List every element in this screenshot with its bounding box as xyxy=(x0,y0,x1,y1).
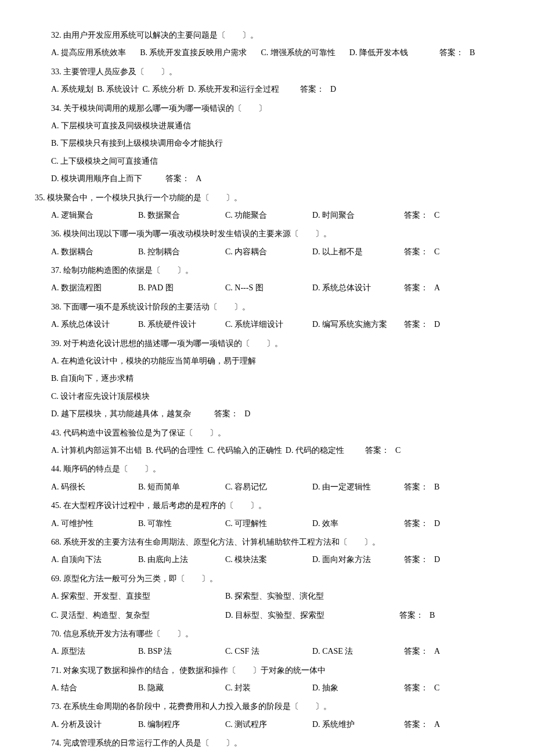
option-label: A. xyxy=(51,720,59,729)
option-label: D. xyxy=(312,283,320,292)
option-label: B. xyxy=(138,647,146,656)
option: A. 自顶向下法 xyxy=(51,553,138,566)
option-row: A. 结合B. 隐藏C. 封装D. 抽象答案：C xyxy=(35,682,499,694)
option-label: C. xyxy=(225,483,233,491)
answer-label: 答案： xyxy=(404,718,428,731)
option: B. 控制耦合 xyxy=(138,246,225,258)
option-text: 控制耦合 xyxy=(147,247,180,256)
answer-value: B xyxy=(470,46,475,59)
option: C. 增强系统的可靠性 xyxy=(261,46,335,59)
question-text: 原型化方法一般可分为三类，即〔 〕。 xyxy=(63,574,218,583)
option-label: D. xyxy=(312,720,320,729)
option: D. 面向对象方法 xyxy=(312,553,394,566)
option: A. 原型法 xyxy=(51,645,138,658)
question: 38. 下面哪一项不是系统设计阶段的主要活动〔 〕。A. 系统总体设计B. 系统… xyxy=(35,301,499,332)
option: B. 由底向上法 xyxy=(138,553,225,566)
option-row: A. 系统总体设计B. 系统硬件设计C. 系统详细设计D. 编写系统实施方案答案… xyxy=(35,318,499,331)
question-stem: 45. 在大型程序设计过程中，最后考虑的是程序的〔 〕。 xyxy=(35,499,499,512)
option-row: A. 系统规划B. 系统设计C. 系统分析D. 系统开发和运行全过程答案：D xyxy=(35,83,499,96)
question-number: 69. xyxy=(51,574,62,583)
option-label: C. xyxy=(225,247,233,256)
option-text: BSP 法 xyxy=(147,647,172,656)
question-number: 73. xyxy=(51,702,62,711)
option: A. 在构造化设计中，模块的功能应当简单明确，易于理解 xyxy=(35,355,499,368)
question-text: 顺序码的特点是〔 〕。 xyxy=(63,465,161,473)
option-label: B. xyxy=(138,320,146,329)
option-label: A. xyxy=(51,85,59,93)
question-stem: 36. 模块间出现以下哪一项为哪一项改动模块时发生错误的主要来源〔 〕。 xyxy=(35,228,499,240)
question-number: 39. xyxy=(51,339,62,348)
option-label: B. xyxy=(138,720,146,729)
question-stem: 34. 关于模块间调用的规那么哪一项为哪一项错误的〔 〕 xyxy=(35,102,499,115)
question: 68. 系统开发的主要方法有生命周期法、原型化方法、计算机辅助软件工程方法和〔 … xyxy=(35,536,499,567)
option: C. 代码输入的正确性 xyxy=(207,444,282,457)
option-label: C. xyxy=(225,519,233,528)
option-text: N---S 图 xyxy=(234,283,263,292)
option: D. 代码的稳定性 xyxy=(286,444,344,457)
option-text: 逻辑聚合 xyxy=(61,211,93,219)
option-text: 系统总体设计 xyxy=(61,320,110,329)
option-label: C. xyxy=(225,555,233,564)
option-row: A. 数据耦合B. 控制耦合C. 内容耦合D. 以上都不是答案：C xyxy=(35,246,499,258)
option-text: 下层模块只有接到上级模块调用命令才能执行 xyxy=(60,139,223,147)
question-stem: 73. 在系统生命周期的各阶段中，花费费用和人力投入最多的阶段是〔 〕。 xyxy=(35,700,499,713)
option-text: 内容耦合 xyxy=(234,247,267,256)
option-row: A. 数据流程图B. PAD 图C. N---S 图D. 系统总体设计答案：A xyxy=(35,282,499,294)
option: B. 系统硬件设计 xyxy=(138,318,225,331)
question-number: 44. xyxy=(51,465,62,473)
option-text: 代码输入的正确性 xyxy=(217,446,282,455)
question-number: 45. xyxy=(51,501,62,510)
option: A. 逻辑聚合 xyxy=(51,209,138,222)
option-text: 增强系统的可靠性 xyxy=(270,48,335,57)
answer-value: D xyxy=(330,83,336,96)
option-text: 代码的合理性 xyxy=(155,446,204,455)
option-label: D. xyxy=(286,446,294,455)
option-label: D. xyxy=(312,647,320,656)
option-text: 数据聚合 xyxy=(147,211,180,219)
question: 36. 模块间出现以下哪一项为哪一项改动模块时发生错误的主要来源〔 〕。A. 数… xyxy=(35,228,499,258)
option-label: A. xyxy=(51,247,59,256)
option-label: B. xyxy=(138,519,146,528)
option-row: A. 码很长B. 短而简单C. 容易记忆D. 由一定逻辑性答案：B xyxy=(35,481,499,494)
question: 39. 对于构造化设计思想的描述哪一项为哪一项错误的〔 〕。A. 在构造化设计中… xyxy=(35,337,499,421)
question-stem: 71. 对象实现了数据和操作的结合， 使数据和操作〔 〕于对象的统一体中 xyxy=(35,664,499,677)
option-label: C. xyxy=(225,720,233,729)
option: C. 功能聚合 xyxy=(225,209,312,222)
question-stem: 68. 系统开发的主要方法有生命周期法、原型化方法、计算机辅助软件工程方法和〔 … xyxy=(35,536,499,549)
option: D. 抽象 xyxy=(312,682,394,694)
option-label: D. xyxy=(312,320,320,329)
option-text: 计算机内部运算不出错 xyxy=(61,446,142,455)
option-label: A. xyxy=(51,211,59,219)
option-text: 降低开发本钱 xyxy=(359,48,408,57)
option: D. 系统维护 xyxy=(312,718,394,731)
question-text: 主要管理人员应参及〔 〕。 xyxy=(63,67,177,76)
option-text: 效率 xyxy=(322,519,338,528)
option-text: 灵活型、构造型、复杂型 xyxy=(60,611,150,620)
option-row: A. 计算机内部运算不出错B. 代码的合理性C. 代码输入的正确性D. 代码的稳… xyxy=(35,444,499,457)
option: B. 自顶向下，逐步求精 xyxy=(35,372,499,385)
option-label: D. xyxy=(312,683,320,692)
option: C. 系统详细设计 xyxy=(225,318,312,331)
option: B. 系统设计 xyxy=(97,83,139,96)
option-label: A. xyxy=(51,48,59,57)
answer-label: 答案： xyxy=(404,553,428,566)
question-stem: 35. 模块聚合中，一个模块只执行一个功能的是〔 〕。 xyxy=(35,192,499,204)
option: B. 系统开发直接反映用户需求 xyxy=(140,46,247,59)
option-label: D. xyxy=(51,174,59,183)
answer-value: A xyxy=(434,718,440,731)
answer-value: C xyxy=(395,444,400,457)
option-text: 编写系统实施方案 xyxy=(322,320,387,329)
option-text: 系统规划 xyxy=(61,85,93,93)
question-stem: 69. 原型化方法一般可分为三类，即〔 〕。 xyxy=(35,573,499,585)
option: B. BSP 法 xyxy=(138,645,225,658)
option: D. 系统开发和运行全过程 xyxy=(188,83,279,96)
option: C. 容易记忆 xyxy=(225,481,312,494)
option-text: 编制程序 xyxy=(147,720,180,729)
option-text: 自顶向下法 xyxy=(61,555,102,564)
option-label: A. xyxy=(51,121,59,130)
option-text: 在构造化设计中，模块的功能应当简单明确，易于理解 xyxy=(61,357,256,365)
option-label: D. xyxy=(349,48,358,57)
option: D. 时间聚合 xyxy=(312,209,394,222)
question-stem: 33. 主要管理人员应参及〔 〕。 xyxy=(35,66,499,78)
question: 35. 模块聚合中，一个模块只执行一个功能的是〔 〕。A. 逻辑聚合B. 数据聚… xyxy=(35,192,499,222)
